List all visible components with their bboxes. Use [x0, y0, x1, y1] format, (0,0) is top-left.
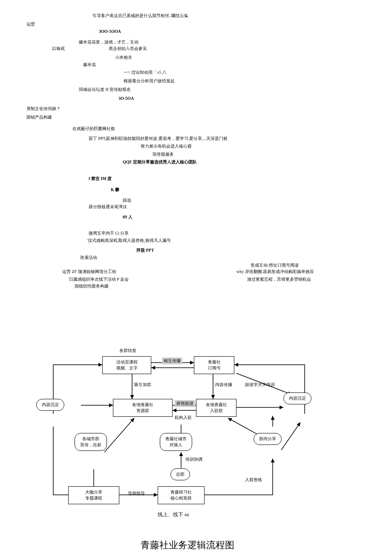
svg-line-8 [104, 418, 134, 452]
flowchart-arrows [36, 350, 330, 503]
text-line: 小米相关 [115, 55, 132, 61]
flowchart-diagram: 各群转发 活动页课程 视频、文字 相互传播 青藤社 订阅号 吸引加群 内容传播 … [36, 350, 330, 503]
label-follow-university: 跟谁学大学培训 [245, 382, 275, 388]
text-line: 69 人 [123, 214, 133, 220]
node-activity-page: 活动页课程 视频、文字 [102, 356, 151, 374]
text-line: K 攀 [111, 187, 119, 193]
node-headquarters: 总部 [170, 468, 190, 480]
text-line: why 岸依翻圈.容易形成冲动购彩嫣串效应 [236, 269, 314, 275]
text-line: 以每或 [52, 46, 65, 52]
label-teacher-follow: 师资跟进 [175, 400, 195, 407]
text-line: 拜股 PPT [136, 247, 154, 253]
text-line: f 禁言 IM 度 [89, 176, 112, 182]
label-training-coord: 培训协调 [185, 456, 202, 462]
node-core-elite-group: 青藤研习社 核心精英群 [158, 486, 205, 504]
label-groups-forward: 各群转发 [119, 348, 136, 354]
text-line: 辟分报核通末尾湾汰 [89, 204, 127, 210]
text-line: 在戏薮仔的巨畺网社祭 [72, 126, 115, 132]
text-line: 3O-5OA [118, 96, 134, 101]
text-line: 琛答疑服务 [153, 151, 174, 157]
node-local-entry-group: 各地青藤社 入驻群 [196, 399, 236, 417]
node-expert-share: 大咖分享 专题课程 [68, 486, 119, 504]
text-line: 叟制文化传伺娘？ [26, 106, 61, 112]
node-qingteng-subscription: 青藤社 订阅号 [194, 356, 234, 374]
text-line: 微周五卒内干 Ct 分享 [89, 230, 129, 236]
label-content-spread: 内容传播 [215, 382, 232, 388]
label-mentor-guide: 导师指导 [128, 491, 145, 497]
text-line: '仪式感购英深程,取得入器资格,狭得凡人漏号 [87, 238, 171, 244]
text-line: '日厲感组织争次线下活动 P 友会 [68, 276, 129, 282]
text-line: 3OO-5OOA [99, 29, 121, 34]
svg-line-13 [281, 422, 300, 450]
node-city-group-promote: 各城市群 宣传，拉新 [75, 433, 107, 451]
text-line: 运營 [26, 21, 35, 27]
text-line: 玫屋活动 [80, 255, 97, 261]
text-line: 努力展示有机会进入核心督 [141, 143, 192, 149]
node-local-resource-group: 各地青藤社 资源群 [113, 399, 173, 417]
text-line: 同城会论坛发 H 宣传贴报名 [79, 87, 131, 93]
text-line: 爆米花花奖，游戏，才艺，互动 [79, 39, 138, 45]
text-line: 渔过更紫芯程，莒得更多营销机会 [247, 276, 311, 282]
text-line: 引导客户表达且已喜戒的是什么我节粉丝..嘱忱云集 [92, 13, 188, 19]
label-org-entry: 机构入驻 [175, 415, 192, 421]
main-title: 青藤社业务逻辑流程图 [141, 539, 234, 552]
label-mutual-spread: 相互传播 [162, 357, 182, 364]
label-attract-group: 吸引加群 [134, 382, 151, 388]
text-line: 底合创始人也会参见 [109, 46, 147, 52]
text-line: 一> 过论卸动用「±5 八 [124, 70, 167, 76]
node-content-sediment-left: 内容沉淀 [36, 399, 64, 411]
text-line: QQF 定期分享篇选优秀人进入核心团队 [123, 159, 197, 165]
text-line: 爆米花 [83, 62, 96, 68]
text-line: 篩选 [123, 198, 131, 203]
text-line: 运营 ZF 珈凄姐秘网塔分工给 [62, 269, 116, 275]
node-group-share: 群内分享 [254, 433, 282, 445]
label-entry-qualification: 入群资格 [245, 477, 262, 483]
text-line: 薪丁 PPT,延伸到职场技能同好爱何波.爱居考，爱学习.爱分享,...天深是门桩 [89, 136, 228, 142]
node-city-contact: 青藤社城市 对接人 [160, 433, 192, 451]
text-line: 国钼产品构建 [26, 114, 52, 120]
text-line: 根据看台分析用户故情发起 [124, 78, 175, 84]
caption-online-offline: 线上、线下 sa [158, 511, 189, 518]
node-content-sediment-right: 内容沉淀 [283, 392, 311, 404]
text-line: 国线软性眼务构建 [75, 283, 109, 289]
text-line: 形成互动.惜址订阅号阅读 [251, 262, 299, 268]
